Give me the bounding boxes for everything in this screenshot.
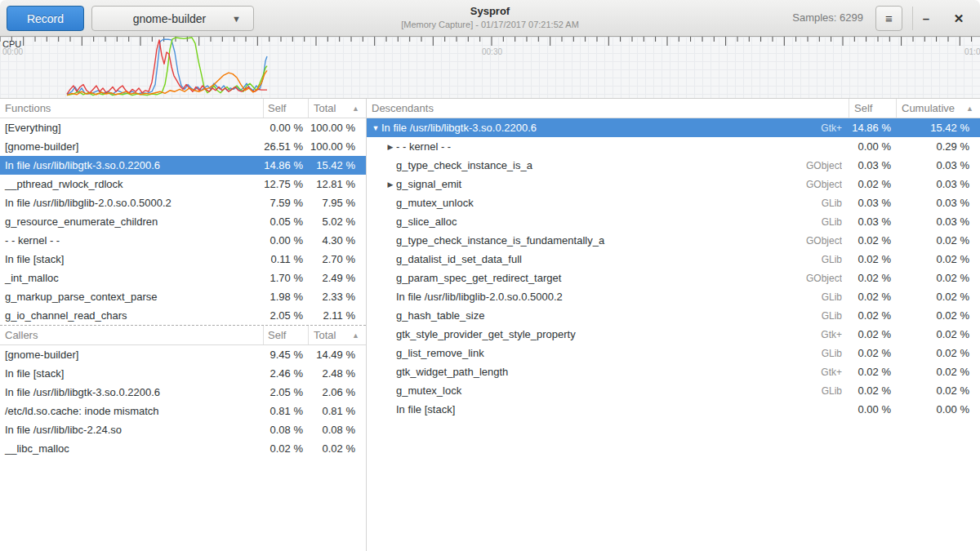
cell-cum: 0.02 % [897,234,980,247]
descendant-row[interactable]: g_mutex_lockGLib0.02 %0.02 % [367,381,980,400]
cell-label: g_slice_alloc [395,216,822,228]
cell-cum: 0.02 % [897,347,980,359]
cell-self: 0.02 % [849,234,897,247]
cell-self: 0.02 % [849,366,897,378]
caller-row[interactable]: __libc_malloc0.02 %0.02 % [0,439,366,458]
cell-label: In file /usr/lib/libgtk-3.so.0.2200.6 [0,386,264,398]
cell-total: 2.33 % [309,291,366,303]
function-row[interactable]: In file [stack]0.11 %2.70 % [0,250,366,269]
descendant-row[interactable]: g_slice_allocGLib0.03 %0.03 % [367,212,980,231]
cpu-timeline-graph[interactable]: CPU00:0000:3001:00 [0,37,980,99]
function-row[interactable]: g_markup_parse_context_parse1.98 %2.33 % [0,287,366,306]
descendant-row[interactable]: ▶- - kernel - -0.00 %0.29 % [367,137,980,156]
cell-self: 12.75 % [264,178,309,190]
descendants-column-header[interactable]: Descendants [367,99,849,118]
caller-row[interactable]: /etc/ld.so.cache: inode mismatch0.81 %0.… [0,402,366,420]
cell-self: 1.98 % [264,291,309,303]
function-row[interactable]: [gnome-builder]26.51 %100.00 % [0,137,366,156]
minimize-button[interactable]: – [910,0,942,37]
descendant-row[interactable]: g_type_check_instance_is_aGObject0.03 %0… [367,156,980,175]
callers-column-header[interactable]: Callers [0,326,264,344]
cell-label: In file /usr/lib/libgtk-3.so.0.2200.6 [0,159,264,171]
target-process-select[interactable]: gnome-builder ▼ [91,6,254,31]
function-row[interactable]: g_io_channel_read_chars2.05 %2.11 % [0,306,366,325]
cell-cum: 0.03 % [897,159,980,171]
cell-total: 2.11 % [309,309,366,322]
function-row[interactable]: In file /usr/lib/libglib-2.0.so.0.5000.2… [0,193,366,212]
cell-label: g_hash_table_size [395,309,822,322]
cell-self: 0.00 % [849,403,897,415]
record-button[interactable]: Record [7,6,84,31]
descendant-row[interactable]: g_datalist_id_set_data_fullGLib0.02 %0.0… [367,250,980,269]
cell-label: g_datalist_id_set_data_full [395,253,822,265]
cell-self: 0.02 % [849,178,897,190]
cell-self: 0.81 % [264,405,309,417]
cpu-graph-canvas: CPU00:0000:3001:00 [0,37,980,99]
self-column-header[interactable]: Self [264,326,309,344]
cell-label: [Everything] [0,122,264,134]
function-row[interactable]: In file /usr/lib/libgtk-3.so.0.2200.614.… [0,156,366,175]
self-column-header[interactable]: Self [264,99,309,118]
cell-cum: 0.02 % [897,253,980,265]
sort-ascending-icon: ▲ [352,104,359,113]
cumulative-column-header[interactable]: Cumulative ▲ [897,99,980,118]
descendant-row[interactable]: gtk_widget_path_lengthGtk+0.02 %0.02 % [367,362,980,381]
cell-tag: Gtk+ [821,122,842,134]
cell-cum: 0.02 % [897,291,980,303]
cell-label: gtk_widget_path_length [395,366,821,378]
cell-self: 9.45 % [264,349,309,361]
function-row[interactable]: g_resource_enumerate_children0.05 %5.02 … [0,212,366,231]
cell-label: g_markup_parse_context_parse [0,291,264,303]
cell-label: - - kernel - - [0,234,264,247]
descendant-row[interactable]: ▼In file /usr/lib/libgtk-3.so.0.2200.6Gt… [367,118,980,137]
function-row[interactable]: [Everything]0.00 %100.00 % [0,118,366,137]
expander-icon[interactable]: ▼ [367,124,381,132]
cell-total: 0.81 % [309,405,366,417]
sysprof-window: Record gnome-builder ▼ Sysprof [Memory C… [0,0,980,551]
cell-self: 0.00 % [264,234,309,247]
expander-icon[interactable]: ▶ [381,143,395,151]
function-row[interactable]: _int_malloc1.70 %2.49 % [0,269,366,287]
minimize-icon: – [923,11,929,25]
cell-label: In file /usr/lib/libglib-2.0.so.0.5000.2 [395,291,822,303]
descendant-row[interactable]: g_hash_table_sizeGLib0.02 %0.02 % [367,306,980,325]
cell-cum: 0.02 % [897,309,980,322]
total-column-header[interactable]: Total ▲ [309,99,366,118]
cell-self: 7.59 % [264,197,309,209]
caller-row[interactable]: [gnome-builder]9.45 %14.49 % [0,345,366,364]
cell-cum: 15.42 % [897,122,980,134]
descendant-row[interactable]: ▶g_signal_emitGObject0.02 %0.03 % [367,175,980,193]
cell-self: 0.02 % [849,272,897,284]
cell-self: 0.02 % [849,347,897,359]
caller-row[interactable]: In file /usr/lib/libgtk-3.so.0.2200.62.0… [0,383,366,402]
descendant-row[interactable]: g_type_check_instance_is_fundamentally_a… [367,231,980,250]
descendant-row[interactable]: In file [stack]0.00 %0.00 % [367,400,980,419]
function-row[interactable]: - - kernel - -0.00 %4.30 % [0,231,366,250]
total-column-header[interactable]: Total ▲ [309,326,366,344]
cell-self: 0.00 % [264,122,309,134]
self-column-header[interactable]: Self [849,99,897,118]
descendant-row[interactable]: gtk_style_provider_get_style_propertyGtk… [367,325,980,344]
cell-label: In file /usr/lib/libc-2.24.so [0,424,264,436]
cell-tag: GLib [822,254,842,265]
cell-tag: GLib [822,385,842,397]
cell-cum: 0.03 % [897,216,980,228]
caller-row[interactable]: In file [stack]2.46 %2.48 % [0,364,366,383]
close-button[interactable]: ✕ [942,0,975,37]
svg-text:01:00: 01:00 [964,47,980,56]
descendant-row[interactable]: g_list_remove_linkGLib0.02 %0.02 % [367,344,980,362]
descendant-row[interactable]: g_mutex_unlockGLib0.03 %0.03 % [367,193,980,212]
descendant-row[interactable]: g_param_spec_get_redirect_targetGObject0… [367,269,980,287]
caller-row[interactable]: In file /usr/lib/libc-2.24.so0.08 %0.08 … [0,420,366,439]
cell-self: 26.51 % [264,140,309,153]
descendant-row[interactable]: In file /usr/lib/libglib-2.0.so.0.5000.2… [367,287,980,306]
cell-tag: Gtk+ [821,329,842,340]
menu-button[interactable]: ≡ [875,6,902,31]
function-row[interactable]: __pthread_rwlock_rdlock12.75 %12.81 % [0,175,366,193]
cell-self: 1.70 % [264,272,309,284]
expander-icon[interactable]: ▶ [381,180,395,189]
cell-total: 2.48 % [309,367,366,380]
functions-column-header[interactable]: Functions [0,99,264,118]
cell-self: 0.03 % [849,216,897,228]
cell-label: /etc/ld.so.cache: inode mismatch [0,405,264,417]
